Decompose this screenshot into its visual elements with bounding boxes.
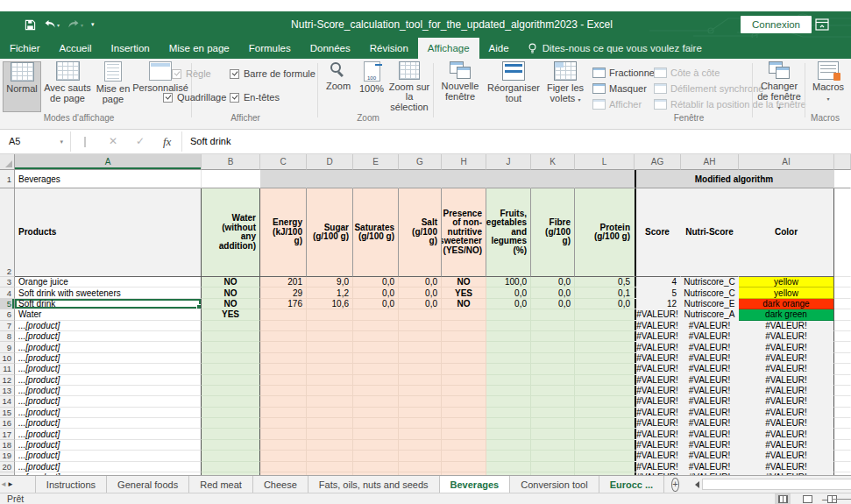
cell[interactable] (307, 342, 353, 352)
cell[interactable]: #VALEUR! (739, 440, 834, 451)
cell-row2-partial[interactable] (834, 188, 851, 277)
cell[interactable] (486, 309, 531, 320)
freeze-panes-button[interactable]: Figer les volets ▾ (543, 61, 588, 112)
cell[interactable]: ...[product] (15, 429, 202, 439)
cell[interactable] (353, 342, 399, 352)
cell[interactable] (399, 429, 442, 439)
cell[interactable] (260, 375, 307, 386)
cell[interactable] (442, 396, 486, 407)
column-header-AI[interactable]: AI (739, 154, 834, 170)
cell[interactable] (531, 451, 575, 461)
cell[interactable]: #VALEUR! (681, 429, 739, 439)
menu-tab-r-vision[interactable]: Révision (360, 38, 418, 59)
zoom-button[interactable]: Zoom (321, 61, 356, 112)
row-header-6[interactable]: 6 (0, 309, 15, 320)
cell[interactable] (486, 440, 531, 451)
cell[interactable] (202, 440, 260, 451)
cell[interactable]: dark orange (739, 299, 834, 309)
cell[interactable] (307, 364, 353, 374)
cell[interactable] (307, 451, 353, 461)
cell[interactable]: 0,0 (353, 287, 399, 298)
cell-partial[interactable] (834, 462, 851, 472)
save-icon[interactable] (25, 19, 36, 31)
cell[interactable] (442, 462, 486, 472)
cell[interactable]: #VALEUR! (681, 375, 739, 386)
cell[interactable] (260, 342, 307, 352)
sheet-tab-beverages[interactable]: Beverages (440, 476, 511, 493)
cell[interactable]: 0,0 (399, 299, 442, 309)
cell[interactable]: 29 (260, 287, 307, 298)
cell[interactable]: 0,0 (531, 299, 575, 309)
cell[interactable] (260, 396, 307, 407)
cell[interactable] (442, 440, 486, 451)
cell[interactable] (399, 375, 442, 386)
cell-partial[interactable] (834, 321, 851, 331)
cell[interactable] (486, 462, 531, 472)
menu-tab-mise-en-page[interactable]: Mise en page (160, 38, 239, 59)
cell[interactable] (260, 309, 307, 320)
column-header-partial[interactable] (834, 154, 851, 170)
row-header-5[interactable]: 5 (0, 299, 15, 309)
cell[interactable] (442, 451, 486, 461)
cell[interactable]: #VALEUR! (681, 451, 739, 461)
undo-button[interactable]: ▾ (44, 19, 60, 30)
menu-tab-donn-es[interactable]: Données (301, 38, 360, 59)
cell[interactable] (531, 342, 575, 352)
cell[interactable]: #VALEUR! (739, 342, 834, 352)
cell[interactable]: #VALEUR! (635, 462, 681, 472)
cell-partial[interactable] (834, 396, 851, 407)
cell[interactable] (202, 353, 260, 364)
sheet-tab-cheese[interactable]: Cheese (253, 476, 308, 493)
cell[interactable] (486, 386, 531, 396)
cell[interactable]: #VALEUR! (681, 418, 739, 429)
menu-tab-aide[interactable]: Aide (479, 38, 519, 59)
cell[interactable] (353, 462, 399, 472)
cell-row1-gray[interactable] (260, 170, 307, 188)
cell[interactable]: #VALEUR! (681, 408, 739, 418)
cell[interactable] (531, 462, 575, 472)
cell[interactable] (353, 396, 399, 407)
cell[interactable]: #VALEUR! (635, 386, 681, 396)
cell[interactable] (575, 364, 635, 374)
cell[interactable] (307, 396, 353, 407)
row-header-2[interactable]: 2 (0, 188, 15, 277)
zoom-100-button[interactable]: 100 100% (356, 61, 387, 112)
insert-function-icon[interactable]: fx (163, 131, 171, 152)
row-header-13[interactable]: 13 (0, 386, 15, 396)
cell[interactable]: ...[product] (15, 462, 202, 472)
cell[interactable]: NO (442, 277, 486, 287)
cell[interactable]: yellow (739, 287, 834, 298)
cell[interactable]: #VALEUR! (635, 408, 681, 418)
undo-caret-icon[interactable]: ▾ (57, 22, 60, 28)
cell[interactable] (307, 440, 353, 451)
sheet-tab-eurocc[interactable]: Eurocc ... (599, 476, 665, 493)
column-header-D[interactable]: D (307, 154, 353, 170)
cell[interactable] (399, 386, 442, 396)
cell[interactable] (575, 321, 635, 331)
hscroll-left-icon[interactable] (695, 481, 699, 488)
cell[interactable] (486, 418, 531, 429)
sheet-tab-red-meat[interactable]: Red meat (189, 476, 253, 493)
cell[interactable] (202, 342, 260, 352)
cell[interactable]: #VALEUR! (681, 396, 739, 407)
cell[interactable] (531, 375, 575, 386)
header-cell[interactable]: Saturates (g/100 g) (353, 188, 399, 277)
connexion-button[interactable]: Connexion (741, 16, 812, 33)
cell[interactable]: 4 (635, 277, 681, 287)
sheet-tab-general-foods[interactable]: General foods (107, 476, 189, 493)
cell[interactable]: 0,0 (486, 299, 531, 309)
cell[interactable]: ...[product] (15, 321, 202, 331)
cell-partial[interactable] (834, 440, 851, 451)
column-header-AG[interactable]: AG (635, 154, 681, 170)
cell[interactable] (202, 451, 260, 461)
cell[interactable]: NO (202, 299, 260, 309)
cell[interactable] (442, 321, 486, 331)
column-header-G[interactable]: G (399, 154, 442, 170)
cell[interactable] (486, 331, 531, 342)
cell[interactable] (353, 364, 399, 374)
header-cell[interactable]: Fibre (g/100 g) (531, 188, 575, 277)
cell[interactable]: #VALEUR! (739, 429, 834, 439)
cell-partial[interactable] (834, 353, 851, 364)
cell[interactable] (575, 353, 635, 364)
zoom-to-selection-button[interactable]: Zoom sur la sélection (386, 61, 433, 112)
